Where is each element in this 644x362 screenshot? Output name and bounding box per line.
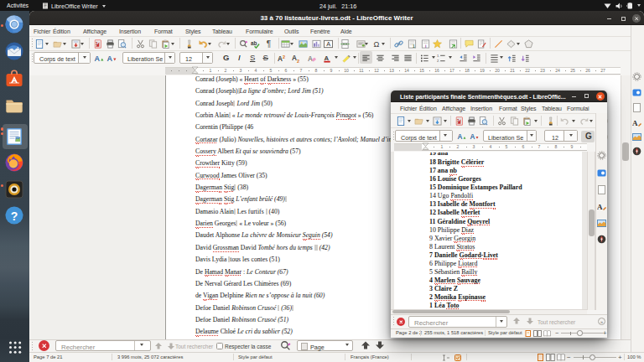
svg-text:?: ? [11, 209, 18, 222]
svg-text:2: 2 [297, 58, 299, 62]
svg-text:A: A [326, 40, 330, 48]
svg-text:1: 1 [96, 41, 98, 46]
svg-text:A: A [632, 119, 638, 127]
svg-text:1.: 1. [437, 54, 439, 58]
svg-text:Ω: Ω [373, 39, 379, 48]
svg-text:¶: ¶ [267, 39, 271, 49]
svg-text:A: A [308, 55, 313, 63]
svg-text:2: 2 [283, 54, 285, 59]
svg-text:1: 1 [413, 43, 415, 48]
svg-text:A: A [95, 54, 101, 63]
svg-text:A: A [324, 54, 329, 61]
svg-text:A: A [106, 54, 112, 63]
svg-text:2.: 2. [437, 59, 439, 63]
svg-text:ab: ab [251, 40, 257, 46]
